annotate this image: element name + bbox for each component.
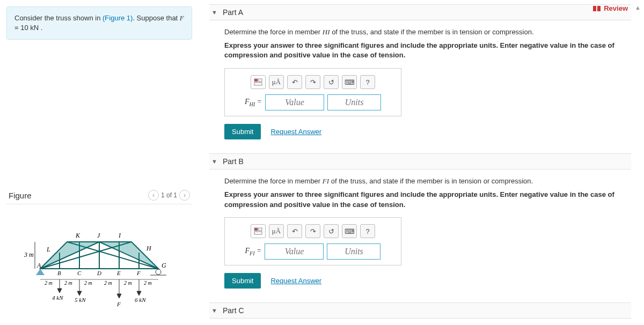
caret-down-icon: ▼ <box>211 158 217 165</box>
part-b-header[interactable]: ▼ Part B <box>209 153 631 169</box>
pager-text: 1 of 1 <box>161 191 177 199</box>
review-icon <box>593 6 601 11</box>
svg-rect-43 <box>259 228 262 231</box>
problem-text-2: . Suppose that <box>133 14 179 22</box>
redo-icon[interactable]: ↷ <box>305 75 320 89</box>
svg-text:6 kN: 6 kN <box>135 297 146 303</box>
part-c: ▼ Part C Determine the force in member E… <box>209 302 631 325</box>
units-icon[interactable]: μÅ <box>269 75 284 89</box>
part-b-units-input[interactable] <box>327 243 380 260</box>
reset-icon[interactable]: ↺ <box>324 75 339 89</box>
svg-marker-34 <box>137 291 141 296</box>
node-J: J <box>97 232 100 239</box>
part-a-instructions: Express your answer to three significant… <box>224 41 631 61</box>
pager-next-icon[interactable]: › <box>179 190 190 201</box>
part-b-prompt: Determine the force in member FI of the … <box>224 176 631 187</box>
svg-rect-40 <box>259 79 262 82</box>
part-b: ▼ Part B Determine the force in member F… <box>209 153 631 289</box>
template-icon[interactable] <box>251 75 266 89</box>
problem-var: F <box>180 14 184 22</box>
part-a-answer-box: μÅ ↶ ↷ ↺ ⌨ ? FHI = <box>224 68 401 116</box>
svg-text:C: C <box>77 270 82 276</box>
svg-text:2 m: 2 m <box>45 280 53 286</box>
reset-icon[interactable]: ↺ <box>324 224 339 238</box>
help-icon[interactable]: ? <box>360 224 375 238</box>
svg-text:5 kN: 5 kN <box>75 297 86 303</box>
keyboard-icon[interactable]: ⌨ <box>342 75 357 89</box>
problem-statement: Consider the truss shown in (Figure 1). … <box>6 6 192 40</box>
part-c-header[interactable]: ▼ Part C <box>209 302 631 319</box>
node-L: L <box>46 246 50 253</box>
problem-text-1: Consider the truss shown in <box>14 14 103 22</box>
part-a-request-link[interactable]: Request Answer <box>270 128 321 136</box>
part-a-var: FHI = <box>245 98 262 107</box>
undo-icon[interactable]: ↶ <box>287 75 302 89</box>
svg-text:B: B <box>57 270 61 276</box>
svg-text:D: D <box>97 270 101 276</box>
svg-text:3 m: 3 m <box>24 251 34 258</box>
figure-title: Figure <box>9 191 32 200</box>
svg-text:2 m: 2 m <box>104 280 112 286</box>
figure-link[interactable]: (Figure 1) <box>103 14 133 22</box>
part-b-title: Part B <box>223 157 244 166</box>
node-G: G <box>162 262 166 269</box>
svg-rect-41 <box>254 83 262 85</box>
node-H: H <box>146 245 152 252</box>
review-label: Review <box>604 4 628 12</box>
svg-rect-39 <box>254 79 258 82</box>
svg-text:F: F <box>136 270 141 276</box>
svg-marker-10 <box>36 269 45 275</box>
part-b-instructions: Express your answer to three significant… <box>224 190 631 210</box>
pager-prev-icon[interactable]: ‹ <box>148 190 159 201</box>
units-icon[interactable]: μÅ <box>269 224 284 238</box>
part-b-submit-button[interactable]: Submit <box>224 273 261 289</box>
svg-marker-30 <box>77 291 82 296</box>
truss-figure: 3 m K J I H G L A B C D E F <box>13 215 185 317</box>
help-icon[interactable]: ? <box>360 75 375 89</box>
part-b-request-link[interactable]: Request Answer <box>270 277 321 285</box>
problem-eq: = 10 kN . <box>14 24 42 32</box>
part-a: ▼ Part A Determine the force in member H… <box>209 4 631 139</box>
caret-down-icon: ▼ <box>211 307 217 314</box>
keyboard-icon[interactable]: ⌨ <box>342 224 357 238</box>
svg-marker-32 <box>117 294 121 298</box>
svg-text:F: F <box>116 301 121 307</box>
scroll-up-icon[interactable]: ▲ <box>635 4 641 11</box>
part-a-prompt: Determine the force in member HI of the … <box>224 27 631 38</box>
part-c-title: Part C <box>223 306 244 315</box>
review-button[interactable]: Review <box>593 4 628 12</box>
part-a-title: Part A <box>223 8 243 17</box>
svg-text:E: E <box>116 270 121 276</box>
svg-text:4 kN: 4 kN <box>52 294 63 301</box>
template-icon[interactable] <box>251 224 266 238</box>
divider <box>6 204 192 204</box>
svg-text:2 m: 2 m <box>144 280 152 286</box>
undo-icon[interactable]: ↶ <box>287 224 302 238</box>
part-a-header[interactable]: ▼ Part A <box>209 4 631 20</box>
part-a-submit-button[interactable]: Submit <box>224 124 261 139</box>
figure-pager: ‹ 1 of 1 › <box>148 190 190 201</box>
redo-icon[interactable]: ↷ <box>305 224 320 238</box>
node-A: A <box>36 262 41 269</box>
svg-text:2 m: 2 m <box>124 280 132 286</box>
part-b-answer-box: μÅ ↶ ↷ ↺ ⌨ ? FFI = <box>224 217 401 265</box>
caret-down-icon: ▼ <box>211 9 217 16</box>
node-I: I <box>118 232 121 239</box>
figure-panel: Figure ‹ 1 of 1 › <box>6 190 192 317</box>
part-a-value-input[interactable] <box>265 94 324 110</box>
part-b-var: FFI = <box>245 247 262 256</box>
svg-marker-28 <box>57 289 62 293</box>
svg-rect-44 <box>254 232 262 234</box>
svg-rect-42 <box>254 228 258 231</box>
part-b-value-input[interactable] <box>265 243 324 260</box>
node-K: K <box>75 232 80 239</box>
part-a-units-input[interactable] <box>327 94 381 110</box>
svg-text:2 m: 2 m <box>84 280 92 286</box>
svg-text:2 m: 2 m <box>64 280 72 286</box>
svg-point-11 <box>156 269 161 275</box>
